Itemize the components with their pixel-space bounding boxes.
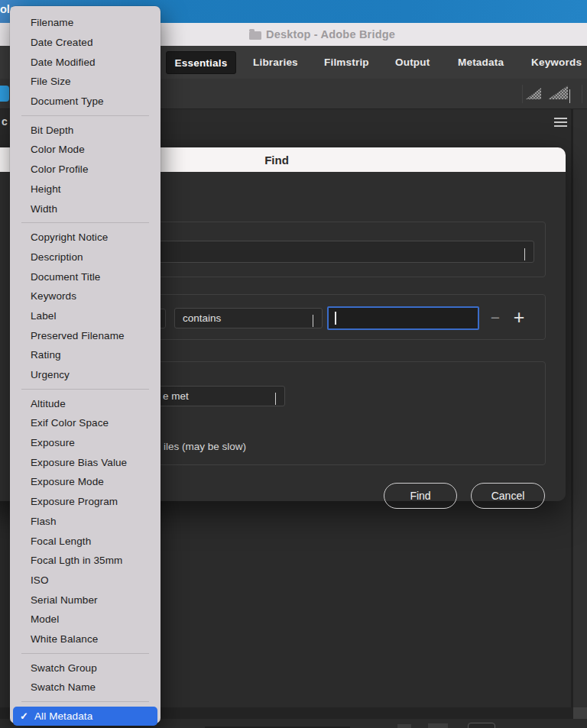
menu-item-description[interactable]: Description <box>10 248 161 267</box>
nonindexed-checkbox-label-fragment[interactable]: iles (may be slow) <box>164 441 246 452</box>
menu-item-document-type[interactable]: Document Type <box>10 92 161 112</box>
menu-item-model[interactable]: Model <box>10 610 161 629</box>
menu-item-exposure-program[interactable]: Exposure Program <box>10 492 161 512</box>
panel-title-fragment: c <box>2 115 8 128</box>
chevron-down-icon[interactable] <box>569 89 570 103</box>
panel-menu-icon[interactable] <box>554 118 567 127</box>
remove-criteria-button[interactable]: − <box>486 308 504 328</box>
tab-filmstrip[interactable]: Filmstrip <box>324 57 369 68</box>
text-cursor <box>335 312 336 325</box>
menu-item-rating[interactable]: Rating <box>10 345 161 365</box>
menu-item-all-metadata[interactable]: ✓ All Metadata <box>13 707 157 726</box>
tab-libraries[interactable]: Libraries <box>253 57 298 68</box>
tab-output[interactable]: Output <box>395 57 430 68</box>
menu-separator <box>21 653 149 654</box>
menu-item-iso[interactable]: ISO <box>10 571 161 590</box>
tab-keywords[interactable]: Keywords <box>531 57 582 68</box>
checkmark-icon: ✓ <box>20 710 28 722</box>
menu-item-white-balance[interactable]: White Balance <box>10 629 161 649</box>
criteria-operator-select[interactable]: contains <box>174 308 323 328</box>
find-button[interactable]: Find <box>384 483 457 509</box>
window-title: Desktop - Adobe Bridge <box>266 28 395 40</box>
bottom-toolbar-button-fragment[interactable] <box>468 723 495 728</box>
menu-item-exposure-bias-value[interactable]: Exposure Bias Value <box>10 452 161 472</box>
menu-item-serial-number[interactable]: Serial Number <box>10 590 161 610</box>
menu-item-focal-length[interactable]: Focal Length <box>10 531 161 551</box>
find-dialog-title: Find <box>264 154 289 167</box>
menu-item-keywords[interactable]: Keywords <box>10 286 161 306</box>
bottom-toolbar-fragment <box>397 724 411 728</box>
menu-item-preserved-filename[interactable]: Preserved Filename <box>10 325 161 345</box>
menu-item-color-profile[interactable]: Color Profile <box>10 160 161 180</box>
menu-item-bit-depth[interactable]: Bit Depth <box>10 120 161 140</box>
menu-item-copyright-notice[interactable]: Copyright Notice <box>10 228 161 248</box>
scrollbar-corner <box>573 707 587 719</box>
menu-item-document-title[interactable]: Document Title <box>10 267 161 286</box>
chevron-down-icon <box>275 393 276 404</box>
menu-item-width[interactable]: Width <box>10 199 161 218</box>
right-panel-edge <box>573 109 587 719</box>
thumbnail-quality-small-icon[interactable] <box>526 88 541 99</box>
thumbnail-quality-large-icon[interactable] <box>548 86 568 99</box>
menu-item-date-created[interactable]: Date Created <box>10 33 161 53</box>
tab-label: Essentials <box>175 57 228 69</box>
menu-item-swatch-name[interactable]: Swatch Name <box>10 678 161 697</box>
menu-separator <box>21 115 149 116</box>
app-window: ols Desktop - Adobe Bridge Essentials Li… <box>0 0 587 728</box>
cancel-button[interactable]: Cancel <box>471 483 545 509</box>
menu-item-label[interactable]: Label <box>10 306 161 326</box>
menu-item-height[interactable]: Height <box>10 180 161 199</box>
toolbar-separator <box>582 85 582 103</box>
chevron-down-icon <box>313 315 313 326</box>
menu-item-color-mode[interactable]: Color Mode <box>10 140 161 160</box>
chevron-down-icon <box>524 248 525 260</box>
menu-item-swatch-group[interactable]: Swatch Group <box>10 658 161 678</box>
menu-item-exposure-mode[interactable]: Exposure Mode <box>10 472 161 492</box>
folder-icon <box>249 31 261 40</box>
operator-label: contains <box>183 312 221 324</box>
menu-item-urgency[interactable]: Urgency <box>10 365 161 385</box>
menu-item-altitude[interactable]: Altitude <box>10 393 161 413</box>
menu-item-filename[interactable]: Filename <box>10 13 161 33</box>
add-criteria-button[interactable]: + <box>509 306 529 328</box>
metadata-field-menu: Filename Date Created Date Modified File… <box>10 6 161 723</box>
menu-separator <box>21 222 149 223</box>
match-select-value-fragment: e met <box>163 390 189 402</box>
title-group: Desktop - Adobe Bridge <box>249 28 395 40</box>
menu-item-date-modified[interactable]: Date Modified <box>10 52 161 72</box>
menu-separator <box>21 701 149 702</box>
document-tab-fragment[interactable] <box>0 86 9 102</box>
toolbar-separator <box>522 85 523 103</box>
tab-metadata[interactable]: Metadata <box>458 57 504 68</box>
tab-essentials[interactable]: Essentials <box>166 51 236 74</box>
menu-item-file-size[interactable]: File Size <box>10 72 161 92</box>
criteria-value-input[interactable] <box>327 306 479 330</box>
menu-separator <box>21 389 149 390</box>
menu-item-exif-color-space[interactable]: Exif Color Space <box>10 413 161 433</box>
menu-item-exposure[interactable]: Exposure <box>10 433 161 453</box>
menu-item-label: All Metadata <box>34 710 92 722</box>
menu-item-flash[interactable]: Flash <box>10 512 161 532</box>
bottom-toolbar-fragment <box>428 723 448 728</box>
menu-item-focal-lgth-35mm[interactable]: Focal Lgth in 35mm <box>10 551 161 571</box>
